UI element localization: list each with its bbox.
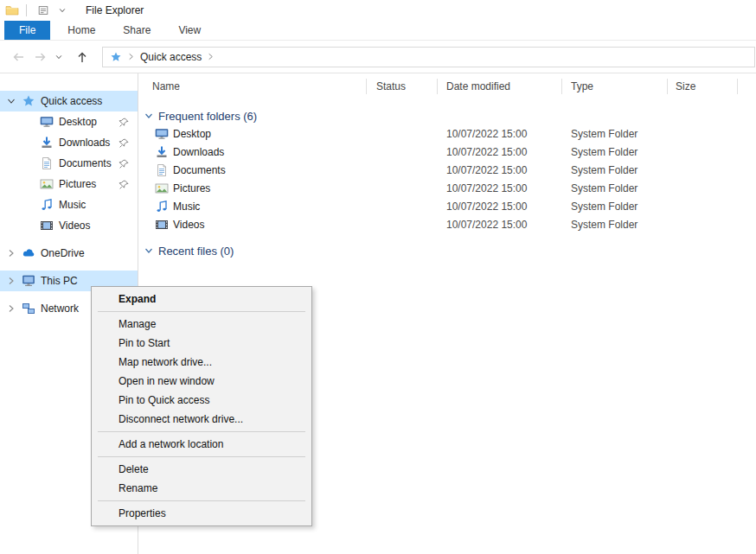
sidebar-spacer xyxy=(0,236,138,243)
context-menu-item-open-in-new-window[interactable]: Open in new window xyxy=(92,372,311,391)
pictures-folder-icon xyxy=(155,181,169,195)
tab-share[interactable]: Share xyxy=(112,21,161,40)
expand-chevron-icon[interactable] xyxy=(7,277,19,285)
context-menu-item-delete[interactable]: Delete xyxy=(92,460,311,479)
context-menu-item-disconnect-network-drive[interactable]: Disconnect network drive... xyxy=(92,410,311,429)
group-collapse-chevron-icon[interactable] xyxy=(144,246,153,255)
file-date-modified: 10/07/2022 15:00 xyxy=(446,182,527,194)
context-menu-item-rename[interactable]: Rename xyxy=(92,479,311,498)
network-icon xyxy=(22,302,35,315)
desktop-folder-icon xyxy=(155,127,169,141)
downloads-folder-icon xyxy=(155,145,169,159)
file-row-documents[interactable]: Documents 10/07/2022 15:00 System Folder xyxy=(138,162,756,180)
column-separator[interactable] xyxy=(737,79,738,94)
breadcrumb-location[interactable]: Quick access xyxy=(140,51,202,63)
titlebar: File Explorer xyxy=(0,0,756,21)
column-header-name[interactable]: Name xyxy=(152,80,180,92)
column-headers: Name Status Date modified Type Size xyxy=(138,73,756,99)
customize-quick-access-toolbar-chevron-icon[interactable] xyxy=(53,2,72,19)
tab-home[interactable]: Home xyxy=(57,21,106,40)
address-bar[interactable]: Quick access xyxy=(102,47,755,67)
window-title: File Explorer xyxy=(86,4,144,16)
column-header-status[interactable]: Status xyxy=(376,80,406,92)
file-date-modified: 10/07/2022 15:00 xyxy=(446,219,527,231)
file-type: System Folder xyxy=(571,182,637,194)
sidebar-item-label: Quick access xyxy=(41,95,102,107)
sidebar-item-downloads[interactable]: Downloads xyxy=(0,132,138,153)
file-name: Downloads xyxy=(173,146,224,158)
downloads-folder-icon xyxy=(40,136,54,150)
back-button[interactable] xyxy=(7,47,29,67)
breadcrumb-chevron-icon[interactable] xyxy=(127,53,135,60)
up-button[interactable] xyxy=(71,47,93,67)
breadcrumb-chevron-icon[interactable] xyxy=(207,53,215,60)
file-type: System Folder xyxy=(571,146,637,158)
context-menu: Expand Manage Pin to Start Map network d… xyxy=(91,286,312,526)
group-header-label: Recent files (0) xyxy=(158,245,234,258)
file-type: System Folder xyxy=(571,164,637,176)
group-collapse-chevron-icon[interactable] xyxy=(144,111,153,120)
sidebar-item-quick-access[interactable]: Quick access xyxy=(0,91,138,111)
column-header-date-modified[interactable]: Date modified xyxy=(446,80,510,92)
context-menu-item-properties[interactable]: Properties xyxy=(92,504,311,523)
sidebar-item-documents[interactable]: Documents xyxy=(0,153,138,174)
column-separator[interactable] xyxy=(667,79,668,94)
collapse-chevron-icon[interactable] xyxy=(7,97,19,105)
column-separator[interactable] xyxy=(366,79,367,94)
sidebar-item-music[interactable]: Music xyxy=(0,194,138,215)
context-menu-item-pin-to-start[interactable]: Pin to Start xyxy=(92,334,311,353)
file-row-music[interactable]: Music 10/07/2022 15:00 System Folder xyxy=(138,198,756,216)
file-explorer-window: File Explorer File Home Share View Quick… xyxy=(0,0,756,554)
column-header-type[interactable]: Type xyxy=(571,80,593,92)
group-header-recent-files[interactable]: Recent files (0) xyxy=(138,241,756,260)
file-row-videos[interactable]: Videos 10/07/2022 15:00 System Folder xyxy=(138,216,756,234)
sidebar-item-label: Documents xyxy=(59,157,112,169)
tab-file[interactable]: File xyxy=(4,21,50,40)
forward-button[interactable] xyxy=(29,47,52,67)
context-menu-separator xyxy=(98,500,305,501)
sidebar-item-pictures[interactable]: Pictures xyxy=(0,174,138,194)
sidebar-item-label: Desktop xyxy=(59,116,97,128)
pictures-folder-icon xyxy=(40,177,54,191)
file-row-desktop[interactable]: Desktop 10/07/2022 15:00 System Folder xyxy=(138,125,756,143)
quick-access-star-icon xyxy=(22,94,35,108)
sidebar-item-label: Network xyxy=(41,302,79,315)
this-pc-icon xyxy=(22,274,35,288)
onedrive-cloud-icon xyxy=(22,246,35,260)
quick-access-toolbar-button[interactable] xyxy=(34,2,53,19)
file-type: System Folder xyxy=(571,219,637,231)
sidebar-item-label: This PC xyxy=(41,275,78,287)
context-menu-item-map-network-drive[interactable]: Map network drive... xyxy=(92,353,311,372)
column-separator[interactable] xyxy=(437,79,438,94)
sidebar-item-videos[interactable]: Videos xyxy=(0,215,138,236)
quick-access-location-icon xyxy=(110,51,122,63)
group-header-frequent-folders[interactable]: Frequent folders (6) xyxy=(138,106,756,125)
tab-view[interactable]: View xyxy=(168,21,211,40)
sidebar-item-label: Downloads xyxy=(59,137,110,149)
desktop-folder-icon xyxy=(40,115,54,129)
file-name: Desktop xyxy=(173,128,211,140)
sidebar-item-label: Videos xyxy=(59,220,90,232)
column-header-size[interactable]: Size xyxy=(676,80,695,92)
file-type: System Folder xyxy=(571,201,637,213)
recent-locations-chevron-icon[interactable] xyxy=(52,47,66,67)
file-row-pictures[interactable]: Pictures 10/07/2022 15:00 System Folder xyxy=(138,180,756,198)
sidebar-item-label: Music xyxy=(59,199,86,211)
file-date-modified: 10/07/2022 15:00 xyxy=(446,128,527,140)
file-row-downloads[interactable]: Downloads 10/07/2022 15:00 System Folder xyxy=(138,143,756,162)
music-folder-icon xyxy=(40,198,54,212)
sidebar-item-onedrive[interactable]: OneDrive xyxy=(0,243,138,264)
sidebar-item-desktop[interactable]: Desktop xyxy=(0,111,138,132)
context-menu-item-manage[interactable]: Manage xyxy=(92,315,311,334)
file-date-modified: 10/07/2022 15:00 xyxy=(446,164,527,176)
context-menu-item-add-a-network-location[interactable]: Add a network location xyxy=(92,435,311,454)
file-name: Videos xyxy=(173,219,204,231)
sidebar-spacer xyxy=(0,264,138,271)
expand-chevron-icon[interactable] xyxy=(7,249,19,258)
file-date-modified: 10/07/2022 15:00 xyxy=(446,146,527,158)
expand-chevron-icon[interactable] xyxy=(7,304,19,313)
context-menu-item-pin-to-quick-access[interactable]: Pin to Quick access xyxy=(92,391,311,410)
context-menu-separator xyxy=(98,431,305,432)
context-menu-item-expand[interactable]: Expand xyxy=(92,290,311,309)
column-separator[interactable] xyxy=(561,79,562,94)
